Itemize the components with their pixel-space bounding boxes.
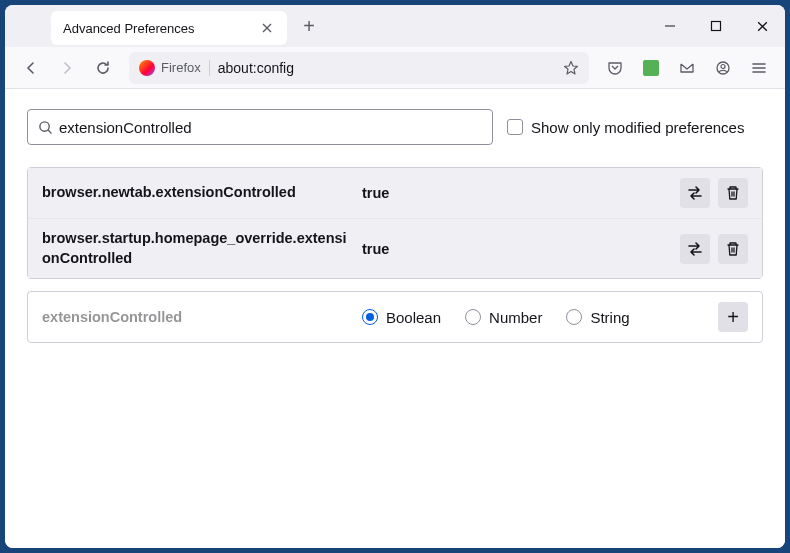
address-bar[interactable]: Firefox about:config	[129, 52, 589, 84]
delete-button[interactable]	[718, 234, 748, 264]
type-radio-group: Boolean Number String	[362, 309, 718, 326]
preference-name: browser.newtab.extensionControlled	[42, 183, 362, 203]
add-preference-name: extensionControlled	[42, 309, 362, 325]
search-row: Show only modified preferences	[27, 109, 763, 145]
inbox-icon[interactable]	[671, 52, 703, 84]
radio-input[interactable]	[566, 309, 582, 325]
radio-string[interactable]: String	[566, 309, 629, 326]
pocket-icon[interactable]	[599, 52, 631, 84]
close-window-button[interactable]	[739, 5, 785, 47]
menu-icon[interactable]	[743, 52, 775, 84]
identity-box[interactable]: Firefox	[139, 60, 210, 76]
account-icon[interactable]	[707, 52, 739, 84]
browser-window: Advanced Preferences +	[5, 5, 785, 548]
preference-value: true	[362, 241, 680, 257]
preference-row: browser.startup.homepage_override.extens…	[28, 218, 762, 278]
radio-label: String	[590, 309, 629, 326]
radio-boolean[interactable]: Boolean	[362, 309, 441, 326]
search-input[interactable]	[59, 119, 482, 136]
preference-row: browser.newtab.extensionControlled true	[28, 168, 762, 218]
forward-button[interactable]	[51, 52, 83, 84]
titlebar: Advanced Preferences +	[5, 5, 785, 47]
preference-name: browser.startup.homepage_override.extens…	[42, 229, 362, 268]
radio-label: Number	[489, 309, 542, 326]
toggle-button[interactable]	[680, 234, 710, 264]
preference-actions	[680, 178, 748, 208]
reload-button[interactable]	[87, 52, 119, 84]
radio-number[interactable]: Number	[465, 309, 542, 326]
show-modified-checkbox-row[interactable]: Show only modified preferences	[507, 119, 744, 136]
delete-button[interactable]	[718, 178, 748, 208]
extension-icon[interactable]	[635, 52, 667, 84]
svg-point-2	[721, 64, 725, 68]
maximize-button[interactable]	[693, 5, 739, 47]
toggle-button[interactable]	[680, 178, 710, 208]
close-tab-icon[interactable]	[259, 20, 275, 36]
window-controls	[647, 5, 785, 47]
bookmark-star-icon[interactable]	[563, 60, 579, 76]
back-button[interactable]	[15, 52, 47, 84]
search-icon	[38, 120, 53, 135]
show-modified-label: Show only modified preferences	[531, 119, 744, 136]
svg-rect-0	[712, 22, 721, 31]
tab-title: Advanced Preferences	[63, 21, 195, 36]
minimize-button[interactable]	[647, 5, 693, 47]
preference-actions	[680, 234, 748, 264]
radio-label: Boolean	[386, 309, 441, 326]
preference-value: true	[362, 185, 680, 201]
preferences-table: browser.newtab.extensionControlled true …	[27, 167, 763, 279]
add-button[interactable]: +	[718, 302, 748, 332]
search-box[interactable]	[27, 109, 493, 145]
add-preference-container: extensionControlled Boolean Number Strin…	[27, 291, 763, 343]
show-modified-checkbox[interactable]	[507, 119, 523, 135]
new-tab-button[interactable]: +	[295, 12, 323, 40]
firefox-logo-icon	[139, 60, 155, 76]
identity-label: Firefox	[161, 60, 201, 75]
navigation-toolbar: Firefox about:config	[5, 47, 785, 89]
add-preference-row: extensionControlled Boolean Number Strin…	[28, 292, 762, 342]
radio-input[interactable]	[362, 309, 378, 325]
browser-tab[interactable]: Advanced Preferences	[51, 11, 287, 45]
url-text: about:config	[218, 60, 563, 76]
radio-input[interactable]	[465, 309, 481, 325]
about-config-content: Show only modified preferences browser.n…	[5, 89, 785, 548]
